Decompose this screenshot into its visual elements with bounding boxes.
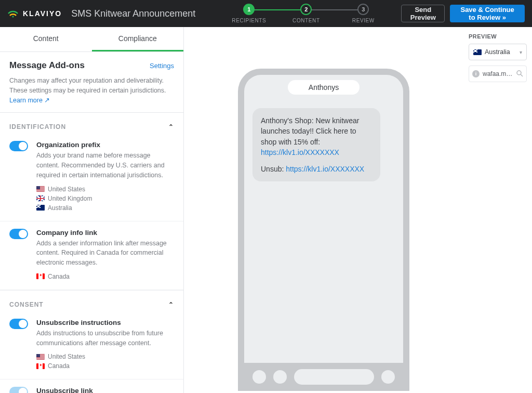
send-preview-button[interactable]: Send Preview xyxy=(401,5,445,22)
step-circle: 3 xyxy=(357,4,369,15)
flag-ca-icon xyxy=(36,273,45,279)
sms-bubble: Anthony's Shop: New knitwear launches to… xyxy=(252,108,380,181)
external-link-icon: ↗ xyxy=(44,97,50,104)
addon-title: Organization prefix xyxy=(36,141,174,149)
preview-country-select[interactable]: Australia ▾ xyxy=(469,44,527,60)
preview-heading: PREVIEW xyxy=(469,33,527,40)
step-connector xyxy=(306,9,363,10)
country-list: United States Canada xyxy=(36,353,174,370)
apps-icon xyxy=(273,370,287,384)
toggle-unsub-instructions[interactable] xyxy=(9,319,28,329)
country-list: Canada xyxy=(36,273,174,280)
profile-name: wafaa.muha... xyxy=(483,70,513,77)
contact-name: Anthonys xyxy=(288,80,360,95)
flag-au-icon xyxy=(36,205,45,211)
sms-unsub-link: https://klv1.io/XXXXXXX xyxy=(286,165,364,173)
sms-link: https://klv1.io/XXXXXXX xyxy=(261,148,339,156)
addon-org-prefix: Organization prefix Adds your brand name… xyxy=(0,134,183,221)
svg-point-0 xyxy=(12,16,14,17)
phone-header: Anthonys xyxy=(244,75,403,100)
progress-stepper: 1 RECIPIENTS 2 CONTENT 3 REVIEW xyxy=(220,4,392,23)
tab-content[interactable]: Content xyxy=(0,27,92,51)
flag-uk-icon xyxy=(36,195,45,201)
learn-more-link[interactable]: Learn more ↗ xyxy=(9,97,50,104)
sidebar-tabs: Content Compliance xyxy=(0,27,183,52)
settings-link[interactable]: Settings xyxy=(150,62,174,70)
preview-stage: Anthonys Anthony's Shop: New knitwear la… xyxy=(184,27,463,393)
flag-us-icon xyxy=(36,186,45,192)
message-input-mock xyxy=(294,369,374,385)
section-label: CONSENT xyxy=(9,301,44,308)
addons-desc: Changes may affect your reputation and d… xyxy=(9,76,174,105)
step-recipients[interactable]: 1 RECIPIENTS xyxy=(220,4,277,23)
flag-au-icon xyxy=(473,49,482,55)
country-row: Australia xyxy=(36,204,174,212)
section-label: IDENTIFICATION xyxy=(9,123,66,130)
section-identification-header[interactable]: IDENTIFICATION ⌃ xyxy=(0,113,183,134)
step-content[interactable]: 2 CONTENT xyxy=(277,4,335,23)
save-continue-button[interactable]: Save & Continue to Review » xyxy=(450,5,525,22)
sms-unsub-label: Unsub: xyxy=(261,165,286,173)
sms-body: Anthony's Shop: New knitwear launches to… xyxy=(261,116,359,146)
toggle-org-prefix[interactable] xyxy=(9,141,28,151)
addon-title: Unsubscribe instructions xyxy=(36,319,174,326)
compliance-sidebar: Content Compliance Message Add-ons Setti… xyxy=(0,27,184,393)
main-body: Content Compliance Message Add-ons Setti… xyxy=(0,27,532,393)
step-circle: 1 xyxy=(243,4,255,15)
addon-desc: Adds a sender information link after mes… xyxy=(36,239,174,268)
addon-desc: Adds your brand name before message cont… xyxy=(36,151,174,180)
phone-input-bar xyxy=(244,363,403,391)
country-row: Canada xyxy=(36,362,174,370)
addon-title: Company info link xyxy=(36,229,174,237)
addon-title: Unsubscribe link xyxy=(36,387,174,393)
step-circle: 2 xyxy=(300,4,312,15)
chevron-up-icon: ⌃ xyxy=(168,123,174,130)
chevron-down-icon: ▾ xyxy=(520,49,522,55)
country-row: United States xyxy=(36,353,174,360)
info-icon: i xyxy=(472,70,480,77)
addon-desc: Adds instructions to unsubscribe from fu… xyxy=(36,329,174,348)
preview-profile[interactable]: i wafaa.muha... xyxy=(469,66,527,82)
country-row: United States xyxy=(36,186,174,193)
addon-unsub-instructions: Unsubscribe instructions Adds instructio… xyxy=(0,311,183,380)
campaign-title: SMS Knitwear Announcement xyxy=(71,8,195,19)
step-connector xyxy=(249,9,306,10)
preview-panel: PREVIEW Australia ▾ i wafaa.muha... xyxy=(463,27,532,393)
flag-us-icon xyxy=(36,354,45,360)
brand-logo: KLAVIYO xyxy=(7,9,62,18)
wifi-icon xyxy=(7,9,19,18)
step-label: REVIEW xyxy=(352,18,375,23)
flag-ca-icon xyxy=(36,363,45,369)
tab-compliance[interactable]: Compliance xyxy=(92,27,184,51)
section-consent-header[interactable]: CONSENT ⌃ xyxy=(0,291,183,311)
country-list: United States United Kingdom Australia xyxy=(36,186,174,212)
toggle-company-info[interactable] xyxy=(9,229,28,239)
preview-country: Australia xyxy=(485,48,510,56)
top-bar: KLAVIYO SMS Knitwear Announcement 1 RECI… xyxy=(0,0,532,27)
addon-unsub-link: Unsubscribe link Adds an unsubscribe lin… xyxy=(0,379,183,393)
search-icon[interactable] xyxy=(516,70,523,78)
mic-icon xyxy=(381,370,395,384)
chevron-up-icon: ⌃ xyxy=(168,301,174,308)
brand-text: KLAVIYO xyxy=(23,9,62,18)
svg-point-1 xyxy=(517,71,521,75)
topbar-actions: Send Preview Save & Continue to Review » xyxy=(401,5,525,22)
camera-icon xyxy=(252,370,266,384)
svg-line-2 xyxy=(521,74,523,76)
step-review[interactable]: 3 REVIEW xyxy=(335,4,392,23)
addon-company-info: Company info link Adds a sender informat… xyxy=(0,221,183,290)
addons-header: Message Add-ons Settings Changes may aff… xyxy=(0,52,183,113)
addons-title: Message Add-ons xyxy=(9,60,85,71)
step-label: RECIPIENTS xyxy=(232,18,266,23)
toggle-unsub-link xyxy=(9,387,28,393)
country-row: Canada xyxy=(36,273,174,280)
step-label: CONTENT xyxy=(292,18,320,23)
country-row: United Kingdom xyxy=(36,195,174,202)
phone-mock: Anthonys Anthony's Shop: New knitwear la… xyxy=(238,69,409,391)
